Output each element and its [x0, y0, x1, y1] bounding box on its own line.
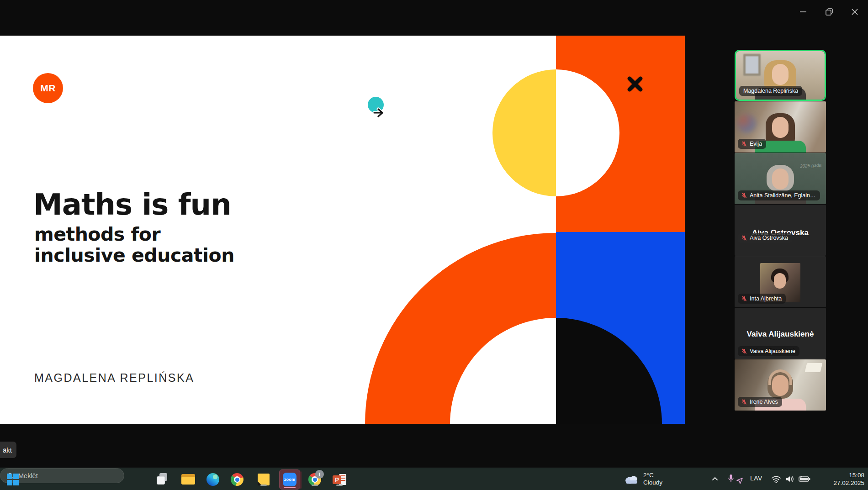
taskbar-clock[interactable]: 15:08 27.02.2025 [833, 472, 864, 487]
participant-tile-aiva[interactable]: Aiva Ostrovska Aiva Ostrovska [735, 205, 826, 256]
microphone-icon [727, 474, 735, 485]
muted-mic-icon [741, 141, 747, 147]
running-indicator [312, 485, 318, 486]
powerpoint-button[interactable]: P [332, 472, 347, 487]
volume-indicator[interactable] [785, 474, 795, 484]
clock-date: 27.02.2025 [833, 479, 864, 487]
file-explorer-button[interactable] [180, 472, 196, 487]
windows-logo-icon [7, 474, 19, 485]
sticky-notes-icon [258, 474, 270, 485]
chevron-up-icon [711, 475, 719, 483]
close-icon [850, 7, 860, 17]
participant-tile-irene[interactable]: Irene Alves [735, 359, 826, 411]
muted-mic-icon [741, 399, 747, 405]
name-label: Aiva Ostrovska [738, 233, 792, 243]
participant-tile-vaiva[interactable]: Vaiva Alijauskienė Vaiva Alijauskienė [735, 308, 826, 359]
name-label: Anita Stalidzāne, Eglain… [738, 190, 820, 200]
participant-tile-anita[interactable]: 2025.gada Anita Stalidzāne, Eglain… [735, 153, 826, 204]
edge-icon [206, 473, 219, 486]
wifi-icon [771, 474, 781, 484]
chrome-button[interactable] [229, 472, 245, 487]
muted-mic-icon [741, 192, 747, 199]
tray-expand-button[interactable] [711, 475, 719, 483]
running-indicator [260, 485, 267, 486]
zoom-icon: zoom [283, 473, 296, 486]
running-indicator-active [284, 487, 296, 488]
muted-mic-icon [741, 295, 747, 302]
task-view-button[interactable] [155, 472, 170, 487]
overlay-button-partial[interactable]: ākt [0, 442, 16, 458]
location-in-use-icon [736, 476, 744, 485]
restore-button[interactable] [819, 4, 840, 20]
participant-tile-evija[interactable]: Evija [735, 101, 826, 153]
stage-background [0, 424, 868, 468]
wifi-indicator[interactable] [771, 474, 781, 484]
speaker-icon [785, 474, 795, 484]
name-label: Inta Aļbrehta [738, 294, 786, 304]
name-label: Irene Alves [738, 397, 782, 407]
presenter-logo: MR [33, 73, 63, 103]
window-titlebar [0, 0, 868, 36]
profile-badge: I [315, 470, 324, 479]
clock-time: 15:08 [833, 472, 864, 479]
weather-widget[interactable]: 2°C Cloudy [624, 472, 662, 486]
battery-indicator[interactable] [799, 475, 810, 483]
language-indicator[interactable]: LAV [750, 474, 762, 482]
chrome-icon: I [308, 473, 321, 486]
slide-x-mark [625, 74, 645, 96]
sticky-notes-button[interactable] [256, 472, 271, 487]
shared-presentation-slide: MR Maths is fun methods for inclusive ed… [0, 36, 685, 424]
minimize-button[interactable] [793, 4, 814, 20]
zoom-meeting-window: MR Maths is fun methods for inclusive ed… [0, 0, 868, 490]
powerpoint-icon: P [333, 474, 346, 486]
restore-icon [824, 7, 834, 17]
name-label: Vaiva Alijauskienė [738, 346, 799, 356]
chrome-profile-button[interactable]: I [307, 472, 323, 487]
muted-mic-icon [741, 235, 747, 241]
cloud-icon [624, 474, 640, 485]
participant-tile-inta[interactable]: Inta Aļbrehta [735, 256, 826, 307]
weather-temperature: 2°C [643, 472, 662, 479]
participant-tile-magdalena[interactable]: Magdalena Replińska [735, 50, 826, 101]
name-label: Evija [738, 139, 766, 149]
file-explorer-icon [181, 474, 195, 485]
taskbar: zoom I P 2°C Cloudy [0, 468, 868, 490]
mic-in-use-indicator[interactable] [727, 474, 744, 485]
close-button[interactable] [844, 4, 865, 20]
participant-display-name: Vaiva Alijauskienė [735, 330, 826, 339]
slide-author: MAGDALENA REPLIŃSKA [34, 371, 194, 385]
chrome-icon [231, 473, 243, 486]
zoom-app-button[interactable]: zoom [279, 469, 300, 490]
edge-button[interactable] [205, 472, 221, 487]
slide-subtitle: methods for inclusive education [34, 224, 254, 266]
weather-condition: Cloudy [643, 479, 662, 486]
participants-panel: Magdalena Replińska Evija 2025 [735, 50, 826, 411]
name-label: Magdalena Replińska [739, 86, 802, 96]
search-input[interactable] [18, 472, 110, 479]
minimize-icon [798, 7, 808, 17]
battery-icon [799, 475, 810, 483]
mouse-cursor-arrow-icon [372, 107, 387, 121]
muted-mic-icon [741, 348, 747, 354]
start-button[interactable] [4, 470, 22, 489]
slide-halfcircle-yellow-white [492, 69, 619, 196]
slide-title: Maths is fun [33, 188, 231, 221]
running-indicator [336, 485, 343, 486]
